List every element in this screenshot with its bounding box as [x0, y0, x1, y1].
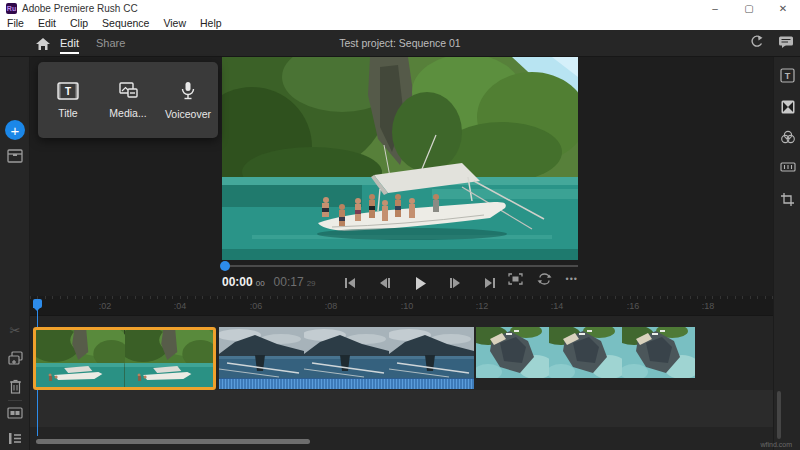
popup-voiceover-button[interactable]: Voiceover — [160, 81, 216, 120]
ruler-label: :18 — [702, 301, 715, 311]
tab-share[interactable]: Share — [96, 30, 125, 56]
media-icon — [117, 82, 139, 100]
picture-in-picture-icon — [7, 407, 23, 419]
transitions-icon — [781, 100, 795, 114]
audio-mixer-button[interactable] — [0, 432, 30, 445]
timeline-clip-2[interactable] — [219, 327, 474, 389]
current-frames: 00 — [256, 279, 265, 288]
clip-thumbnail — [622, 327, 695, 378]
horizontal-scrollbar[interactable] — [36, 439, 310, 444]
toolbar-divider — [8, 400, 22, 401]
ruler-label: :08 — [325, 301, 338, 311]
timeline-track-2[interactable] — [30, 390, 773, 427]
timeline-clip-1[interactable] — [33, 327, 216, 390]
current-time: 00:00 — [222, 275, 253, 289]
maximize-button[interactable]: ▢ — [732, 0, 766, 16]
menu-clip[interactable]: Clip — [70, 17, 88, 29]
feedback-icon[interactable] — [778, 35, 794, 49]
close-button[interactable]: ✕ — [766, 0, 800, 16]
menu-file[interactable]: File — [7, 17, 24, 29]
titles-icon: T — [780, 68, 795, 83]
window-title: Adobe Premiere Rush CC — [22, 3, 138, 14]
seek-bar[interactable] — [222, 265, 578, 267]
app-logo-icon: Ru — [6, 3, 17, 14]
color-panel-button[interactable] — [774, 130, 800, 144]
clip-thumbnail — [389, 327, 474, 378]
voiceover-icon — [180, 81, 196, 101]
delete-button[interactable] — [0, 379, 30, 394]
app-bar: Test project: Sequence 01 Edit Share — [0, 30, 800, 57]
step-back-button[interactable] — [375, 273, 395, 293]
duplicate-button[interactable] — [0, 351, 30, 366]
ruler-label: :06 — [250, 301, 263, 311]
menu-bar: File Edit Clip Sequence View Help — [0, 16, 800, 30]
clip-thumbnail — [476, 327, 549, 378]
minimize-button[interactable]: – — [698, 0, 732, 16]
step-forward-button[interactable] — [445, 273, 465, 293]
watermark: wfind.com — [760, 441, 792, 448]
menu-view[interactable]: View — [163, 17, 186, 29]
add-media-popup: T Title Media... — [38, 62, 218, 138]
crop-panel-button[interactable] — [774, 192, 800, 207]
fullscreen-icon[interactable] — [508, 273, 523, 285]
transitions-panel-button[interactable] — [774, 100, 800, 114]
playhead-handle[interactable] — [33, 299, 42, 308]
video-preview[interactable] — [222, 57, 578, 260]
ruler-label: :14 — [551, 301, 564, 311]
home-button[interactable] — [34, 35, 52, 53]
split-clip-button[interactable]: ✂ — [0, 323, 30, 338]
svg-text:T: T — [785, 71, 791, 81]
timeline-ruler[interactable]: :02 :04 :06 :08 :10 :12 :14 :16 :18 — [30, 296, 773, 316]
duplicate-icon — [8, 351, 23, 366]
ruler-label: :10 — [401, 301, 414, 311]
preview-stage: T Title Media... — [30, 57, 773, 296]
speed-panel-button[interactable] — [774, 161, 800, 173]
clip-thumbnail — [304, 327, 389, 378]
timeline-clip-3[interactable] — [476, 327, 695, 378]
clip-thumbnail — [125, 330, 214, 387]
color-icon — [780, 130, 796, 144]
graphics-panel-button[interactable]: T — [774, 68, 800, 83]
timecode-display: 00:00 00 00:17 29 — [222, 275, 316, 289]
speed-icon — [780, 161, 796, 173]
ruler-label: :16 — [627, 301, 640, 311]
home-icon — [34, 35, 52, 53]
media-browser-button[interactable] — [0, 149, 30, 163]
play-button[interactable] — [410, 273, 430, 293]
title-icon: T — [57, 82, 79, 100]
popup-media-button[interactable]: Media... — [100, 82, 156, 119]
menu-sequence[interactable]: Sequence — [102, 17, 149, 29]
total-time: 00:17 — [274, 275, 304, 289]
svg-text:T: T — [65, 86, 71, 97]
popup-title-button[interactable]: T Title — [40, 82, 96, 119]
title-bar: Ru Adobe Premiere Rush CC – ▢ ✕ — [0, 0, 800, 16]
premiere-rush-window: Ru Adobe Premiere Rush CC – ▢ ✕ File Edi… — [0, 0, 800, 450]
clip-thumbnail — [219, 327, 304, 378]
ruler-label: :02 — [99, 301, 112, 311]
add-media-button[interactable]: + — [5, 120, 25, 140]
go-to-start-button[interactable] — [340, 273, 360, 293]
total-frames: 29 — [307, 279, 316, 288]
loop-icon[interactable] — [537, 273, 552, 285]
clip-thumbnail — [549, 327, 622, 378]
timeline-panel: :02 :04 :06 :08 :10 :12 :14 :16 :18 — [30, 296, 773, 450]
media-browser-icon — [7, 149, 23, 163]
go-to-end-button[interactable] — [480, 273, 500, 293]
left-toolbar: + ✂ — [0, 57, 30, 450]
ruler-label: :12 — [476, 301, 489, 311]
vertical-scrollbar[interactable] — [777, 391, 781, 439]
tab-edit[interactable]: Edit — [60, 30, 79, 56]
more-options-button[interactable]: ••• — [566, 274, 578, 284]
overlay-tracks-button[interactable] — [0, 407, 30, 419]
audio-waveform — [219, 378, 474, 389]
playback-controls: 00:00 00 00:17 29 — [30, 270, 773, 296]
track-mixer-icon — [8, 432, 22, 445]
crop-rotate-icon — [780, 192, 795, 207]
trash-icon — [9, 379, 22, 394]
clip-thumbnail — [36, 330, 125, 387]
menu-help[interactable]: Help — [200, 17, 222, 29]
menu-edit[interactable]: Edit — [38, 17, 56, 29]
ruler-label: :04 — [174, 301, 187, 311]
undo-icon[interactable] — [749, 34, 764, 49]
ruler-ticks — [30, 296, 773, 299]
